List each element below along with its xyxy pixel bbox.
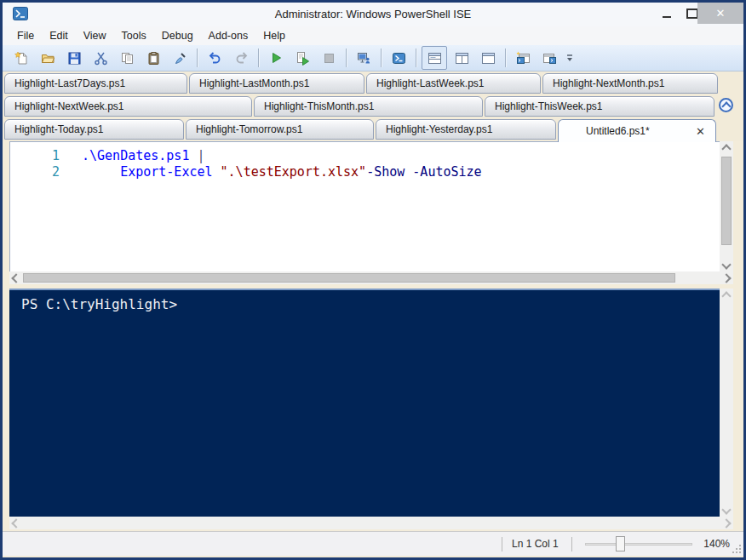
menu-view[interactable]: View: [76, 26, 114, 45]
scroll-up-arrow[interactable]: [720, 289, 733, 300]
menu-edit[interactable]: Edit: [42, 26, 76, 45]
squeegee-icon: [173, 51, 187, 66]
script-pane-maximized-icon: [481, 51, 496, 66]
console-prompt: PS C:\tryHighlight>: [9, 290, 720, 312]
run-script-button[interactable]: [264, 47, 288, 69]
tab-highlight-tomorrow[interactable]: Highlight-Tomorrow.ps1: [186, 119, 374, 140]
start-powershell-button[interactable]: [387, 47, 410, 69]
scroll-left-arrow[interactable]: [9, 271, 21, 284]
remote-computer-icon: [357, 51, 371, 66]
stop-icon: [322, 51, 336, 66]
powershell-icon: [392, 51, 406, 66]
show-script-pane-right-button[interactable]: [450, 47, 473, 69]
scroll-left-arrow[interactable]: [9, 517, 21, 529]
clear-console-pane-button[interactable]: [168, 47, 192, 69]
minimize-icon: [663, 16, 671, 18]
new-powershell-tab-button[interactable]: [511, 47, 535, 69]
editor-vscroll-thumb[interactable]: [721, 157, 732, 245]
statusbar-separator: [502, 537, 502, 551]
editor-horizontal-scrollbar: [9, 271, 733, 284]
console-horizontal-scrollbar: [9, 517, 733, 529]
copy-button[interactable]: [115, 47, 139, 69]
toolbar-overflow-button[interactable]: [565, 53, 574, 63]
line-number: 2: [10, 164, 60, 180]
active-tab-label: Untitled6.ps1*: [586, 122, 689, 141]
editor-vertical-scrollbar: [720, 141, 733, 271]
tab-highlight-nextweek[interactable]: Highlight-NextWeek.ps1: [4, 96, 252, 117]
new-script-button[interactable]: [9, 47, 33, 69]
toolbar-separator: [346, 49, 347, 67]
code-string: ".\testExport.xlsx": [221, 164, 367, 180]
code-command: .\GenDates.ps1: [82, 148, 197, 163]
code-operator: |: [197, 148, 204, 163]
paste-button[interactable]: [141, 47, 165, 69]
redo-button[interactable]: [229, 47, 253, 69]
copy-icon: [120, 51, 135, 66]
code-indent: [82, 164, 120, 180]
tab-highlight-thismonth[interactable]: Highlight-ThisMonth.ps1: [254, 96, 483, 117]
tab-untitled6-active[interactable]: Untitled6.ps1* ✕: [558, 119, 716, 142]
zoom-slider-track[interactable]: [585, 543, 692, 546]
script-editor-pane[interactable]: 1.\GenDates.ps1 | 2 Export-Excel ".\test…: [9, 141, 720, 271]
close-icon: ✕: [716, 7, 726, 20]
scroll-up-arrow[interactable]: [720, 141, 733, 153]
tab-scroll-up-button[interactable]: [719, 98, 733, 112]
menu-addons[interactable]: Add-ons: [201, 26, 256, 45]
scroll-down-arrow[interactable]: [720, 505, 733, 517]
open-script-button[interactable]: [36, 47, 60, 69]
chevron-up-icon: [721, 101, 731, 111]
open-folder-icon: [41, 51, 55, 66]
status-bar: Ln 1 Col 1 140%: [3, 531, 743, 556]
undo-icon: [208, 51, 222, 66]
run-icon: [269, 51, 284, 66]
zoom-slider-thumb[interactable]: [616, 536, 625, 551]
code-parameter: -Show -AutoSize: [366, 164, 481, 180]
toolbar-separator: [197, 49, 198, 67]
save-script-button[interactable]: [62, 47, 86, 69]
tab-close-icon[interactable]: ✕: [696, 122, 705, 141]
run-selection-button[interactable]: [290, 47, 314, 69]
tab-highlight-nextmonth[interactable]: Highlight-NextMonth.ps1: [542, 73, 718, 94]
menu-tools[interactable]: Tools: [114, 26, 154, 45]
tab-highlight-lastweek[interactable]: Highlight-LastWeek.ps1: [366, 73, 541, 94]
toolbar-separator: [416, 49, 417, 67]
close-button[interactable]: ✕: [697, 3, 743, 24]
show-script-pane-maximized-button[interactable]: [476, 47, 500, 69]
script-pane-top-icon: [428, 51, 442, 66]
scroll-right-arrow[interactable]: [721, 517, 733, 529]
scroll-down-arrow[interactable]: [720, 260, 733, 271]
resize-grip[interactable]: [731, 543, 741, 553]
console-pane[interactable]: PS C:\tryHighlight>: [9, 289, 720, 517]
titlebar[interactable]: Administrator: Windows PowerShell ISE ✕: [3, 3, 743, 26]
minimize-button[interactable]: [655, 3, 679, 24]
menu-debug[interactable]: Debug: [154, 26, 201, 45]
toolbar-separator: [505, 49, 507, 67]
new-remote-powershell-tab-button[interactable]: [352, 47, 376, 69]
menu-bar: File Edit View Tools Debug Add-ons Help: [3, 26, 743, 45]
maximize-icon: [686, 9, 698, 19]
code-line: 1.\GenDates.ps1 |: [10, 148, 720, 164]
window-body: Administrator: Windows PowerShell ISE ✕ …: [3, 3, 743, 557]
toolbar: [3, 45, 743, 71]
undo-button[interactable]: [203, 47, 227, 69]
window-title: Administrator: Windows PowerShell ISE: [3, 3, 743, 26]
line-col-indicator: Ln 1 Col 1: [512, 538, 559, 550]
cut-button[interactable]: [89, 47, 112, 69]
clipboard-icon: [146, 51, 161, 66]
tab-highlight-last7days[interactable]: Highlight-Last7Days.ps1: [4, 73, 187, 94]
menu-help[interactable]: Help: [255, 26, 293, 45]
stop-operation-button[interactable]: [317, 47, 341, 69]
tab-highlight-yesterday[interactable]: Highlight-Yesterday.ps1: [376, 119, 556, 140]
show-command-window-button[interactable]: [537, 47, 561, 69]
console-vertical-scrollbar: [720, 289, 733, 517]
editor-hscroll-thumb[interactable]: [23, 273, 675, 283]
tab-highlight-today[interactable]: Highlight-Today.ps1: [4, 119, 184, 140]
code-command: Export-Excel: [120, 164, 220, 180]
show-script-pane-top-button[interactable]: [422, 46, 447, 70]
script-pane-right-icon: [455, 51, 469, 66]
tab-highlight-thisweek[interactable]: Highlight-ThisWeek.ps1: [485, 96, 714, 117]
tab-highlight-lastmonth[interactable]: Highlight-LastMonth.ps1: [189, 73, 364, 94]
script-tab-strip: Highlight-Last7Days.ps1 Highlight-LastMo…: [3, 71, 743, 141]
scroll-right-arrow[interactable]: [721, 271, 733, 284]
menu-file[interactable]: File: [9, 26, 42, 45]
